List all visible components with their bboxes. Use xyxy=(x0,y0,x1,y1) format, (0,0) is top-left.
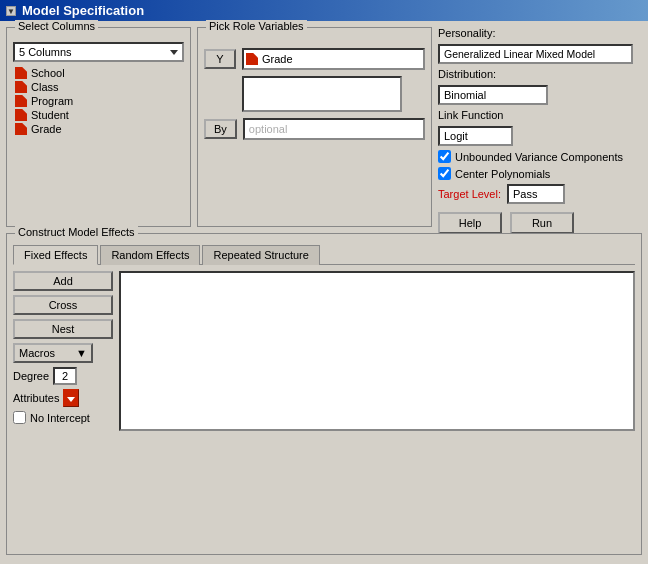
column-icon xyxy=(15,123,27,135)
column-icon xyxy=(15,95,27,107)
link-function-select[interactable]: Logit xyxy=(438,126,513,146)
list-item[interactable]: Student xyxy=(13,108,184,122)
title-bar: ▼ Model Specification xyxy=(0,0,648,21)
list-item[interactable]: Grade xyxy=(13,122,184,136)
attributes-dropdown-button[interactable] xyxy=(63,389,79,407)
construct-model-panel: Construct Model Effects Fixed Effects Ra… xyxy=(6,233,642,555)
by-placeholder: optional xyxy=(249,123,288,135)
target-level-select[interactable]: Pass xyxy=(507,184,565,204)
personality-value: Generalized Linear Mixed Model xyxy=(444,48,595,60)
by-field[interactable]: optional xyxy=(243,118,425,140)
unbounded-checkbox[interactable] xyxy=(438,150,451,163)
effects-list-area xyxy=(119,271,635,431)
distribution-label: Distribution: xyxy=(438,68,642,80)
y-value-icon xyxy=(246,53,258,65)
column-list: School Class Program Student xyxy=(13,66,184,136)
column-name: School xyxy=(31,67,65,79)
center-polynomials-checkbox[interactable] xyxy=(438,167,451,180)
pick-role-panel: Pick Role Variables Y Grade By optional xyxy=(197,27,432,227)
nest-button[interactable]: Nest xyxy=(13,319,113,339)
dropdown-arrow-icon xyxy=(170,50,178,55)
title-bar-text: Model Specification xyxy=(22,3,144,18)
tab-fixed-effects[interactable]: Fixed Effects xyxy=(13,245,98,265)
list-item[interactable]: School xyxy=(13,66,184,80)
no-intercept-label: No Intercept xyxy=(30,412,90,424)
y-extra-field xyxy=(242,76,402,112)
list-item[interactable]: Class xyxy=(13,80,184,94)
tabs-row: Fixed Effects Random Effects Repeated St… xyxy=(13,244,635,265)
construct-panel-title: Construct Model Effects xyxy=(15,226,138,238)
columns-dropdown[interactable]: 5 Columns xyxy=(13,42,184,62)
link-function-label: Link Function xyxy=(438,109,642,121)
help-button[interactable]: Help xyxy=(438,212,502,234)
distribution-select[interactable]: Binomial xyxy=(438,85,548,105)
degree-label: Degree xyxy=(13,370,49,382)
y-field[interactable]: Grade xyxy=(242,48,425,70)
y-button[interactable]: Y xyxy=(204,49,236,69)
by-button[interactable]: By xyxy=(204,119,237,139)
macros-arrow-icon: ▼ xyxy=(76,347,87,359)
unbounded-label: Unbounded Variance Components xyxy=(455,151,623,163)
column-icon xyxy=(15,67,27,79)
select-columns-title: Select Columns xyxy=(15,20,98,32)
macros-button[interactable]: Macros ▼ xyxy=(13,343,93,363)
tab-random-effects[interactable]: Random Effects xyxy=(100,245,200,265)
y-value: Grade xyxy=(262,53,293,65)
pick-role-title: Pick Role Variables xyxy=(206,20,307,32)
degree-input[interactable] xyxy=(53,367,77,385)
attributes-label: Attributes xyxy=(13,392,59,404)
collapse-icon[interactable]: ▼ xyxy=(6,6,16,16)
column-name: Grade xyxy=(31,123,62,135)
column-icon xyxy=(15,109,27,121)
tab-repeated-structure[interactable]: Repeated Structure xyxy=(202,245,319,265)
personality-panel: Personality: Generalized Linear Mixed Mo… xyxy=(438,27,642,227)
run-button[interactable]: Run xyxy=(510,212,574,234)
target-level-value: Pass xyxy=(513,188,537,200)
target-level-label: Target Level: xyxy=(438,188,501,200)
attributes-arrow-icon xyxy=(67,397,75,402)
column-name: Program xyxy=(31,95,73,107)
column-name: Student xyxy=(31,109,69,121)
distribution-value: Binomial xyxy=(444,89,486,101)
add-button[interactable]: Add xyxy=(13,271,113,291)
select-columns-panel: Select Columns 5 Columns School Class xyxy=(6,27,191,227)
columns-dropdown-label: 5 Columns xyxy=(19,46,72,58)
no-intercept-checkbox[interactable] xyxy=(13,411,26,424)
column-icon xyxy=(15,81,27,93)
effects-controls: Add Cross Nest Macros ▼ Degree Attribute… xyxy=(13,271,113,431)
list-item[interactable]: Program xyxy=(13,94,184,108)
link-function-value: Logit xyxy=(444,130,468,142)
center-polynomials-label: Center Polynomials xyxy=(455,168,550,180)
personality-select[interactable]: Generalized Linear Mixed Model xyxy=(438,44,633,64)
personality-label: Personality: xyxy=(438,27,642,39)
cross-button[interactable]: Cross xyxy=(13,295,113,315)
column-name: Class xyxy=(31,81,59,93)
